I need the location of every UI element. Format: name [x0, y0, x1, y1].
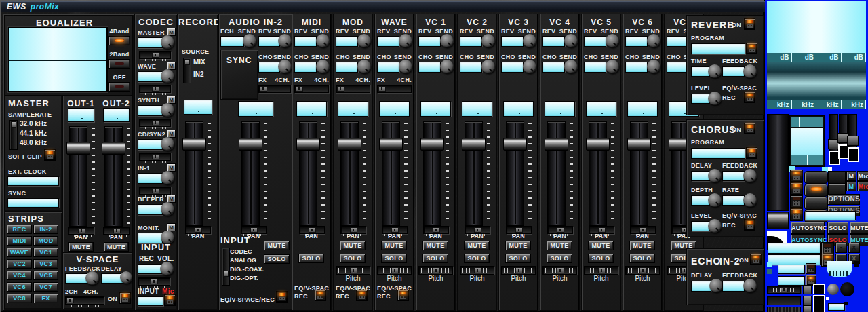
pitch-slider[interactable] [418, 266, 453, 275]
eq-mode-button[interactable] [108, 59, 130, 69]
volume-fader[interactable] [238, 121, 269, 225]
pitch-handle[interactable] [598, 267, 606, 273]
input-select-button[interactable] [164, 294, 176, 306]
volume-fader[interactable] [502, 121, 534, 225]
volume-fader[interactable] [66, 126, 97, 225]
soft-clip-button[interactable] [44, 149, 56, 161]
pitch-handle[interactable] [515, 267, 523, 273]
pitch-slider[interactable] [584, 266, 618, 275]
pitch-handle[interactable] [391, 267, 399, 273]
strip-select-button[interactable]: FX [33, 294, 58, 303]
fader-track[interactable] [185, 121, 203, 226]
pitch-slider[interactable] [501, 266, 536, 275]
strip-select-button[interactable]: VC4 [7, 271, 32, 280]
rev-send-knob[interactable] [606, 34, 619, 47]
pan-handle[interactable] [152, 120, 159, 125]
mute-button[interactable]: MUTE [547, 241, 572, 250]
strip-select-button[interactable]: VC7 [33, 282, 58, 292]
fader-handle[interactable] [182, 138, 206, 151]
fader-handle[interactable] [102, 142, 125, 155]
feedback-knob[interactable] [743, 64, 757, 78]
strip-select-button[interactable]: VC1 [33, 248, 58, 257]
rev-send-knob[interactable] [316, 34, 330, 47]
solo-button[interactable]: SOLO [588, 254, 614, 263]
volume-fader[interactable] [296, 121, 327, 225]
input-source-selector[interactable] [222, 248, 230, 286]
rev-send-knob[interactable] [357, 34, 371, 47]
samplerate-selector[interactable] [9, 120, 18, 150]
cho-send-knob[interactable] [440, 60, 454, 73]
strip-select-button[interactable]: VC2 [7, 259, 32, 269]
eq-vspace-rec-button[interactable] [744, 92, 755, 103]
codec-volume-knob[interactable] [161, 202, 174, 216]
fx-4ch-slider[interactable] [377, 85, 412, 93]
record-fader[interactable] [182, 121, 213, 225]
level-knob[interactable] [708, 92, 722, 105]
fx-4ch-slider[interactable] [294, 85, 329, 93]
mute-button[interactable]: MUTE [381, 241, 407, 250]
strip-select-button[interactable]: VC3 [33, 259, 58, 269]
volume-fader[interactable] [101, 126, 132, 225]
mute-button[interactable]: MUTE [629, 241, 655, 250]
cho-send-knob[interactable] [278, 60, 292, 73]
pan-handle[interactable] [113, 228, 121, 233]
cho-send-knob[interactable] [647, 60, 660, 73]
delay-knob[interactable] [709, 279, 723, 292]
fader-handle[interactable] [627, 138, 651, 151]
fader-handle[interactable] [503, 138, 527, 151]
solo-button[interactable]: SOLO [381, 254, 407, 263]
rec-vol-knob[interactable] [160, 262, 174, 275]
eq-vspace-rec-button[interactable] [276, 291, 288, 303]
mute-button[interactable]: MUTE [340, 241, 366, 250]
selector-handle[interactable] [184, 59, 190, 65]
eq-vspace-rec-button[interactable] [744, 219, 755, 231]
input-source-option[interactable]: ANALOG [230, 256, 264, 265]
pan-handle[interactable] [250, 227, 258, 233]
slider-handle[interactable] [378, 86, 386, 92]
pitch-slider[interactable] [460, 266, 494, 275]
pan-handle[interactable] [598, 227, 606, 233]
fader-handle[interactable] [420, 138, 444, 151]
fader-handle[interactable] [586, 138, 610, 151]
rev-send-knob[interactable] [647, 34, 660, 47]
samplerate-option[interactable]: 44.1 kHz [20, 129, 47, 138]
input-source-option[interactable]: DIG.-COAX. [230, 265, 264, 274]
pitch-slider[interactable] [377, 266, 412, 275]
strip-select-button[interactable]: WAVE [7, 248, 32, 257]
fader-handle[interactable] [545, 138, 568, 151]
solo-button[interactable]: SOLO [340, 254, 366, 263]
strip-select-button[interactable]: MOD [33, 236, 58, 246]
solo-button[interactable]: SOLO [547, 254, 572, 263]
strip-select-button[interactable]: VC8 [7, 294, 32, 303]
fader-track[interactable] [547, 121, 566, 226]
pitch-handle[interactable] [350, 267, 357, 273]
volume-fader[interactable] [585, 121, 616, 225]
input-source-option[interactable]: CODEC [230, 248, 264, 256]
cho-send-knob[interactable] [357, 60, 371, 73]
time-knob[interactable] [708, 64, 722, 78]
record-source-option[interactable]: IN2 [193, 70, 205, 82]
strip-select-button[interactable]: VC5 [33, 271, 58, 280]
solo-button[interactable]: SOLO [298, 254, 324, 263]
cho-send-knob[interactable] [564, 60, 578, 73]
eq-mode-button[interactable] [108, 36, 130, 45]
solo-button[interactable]: SOLO [464, 254, 490, 263]
eq-vspace-rec-button[interactable] [397, 290, 409, 301]
fader-handle[interactable] [338, 138, 361, 151]
rev-send-knob[interactable] [278, 34, 292, 47]
2ch-4ch-slider[interactable] [65, 296, 104, 305]
solo-button[interactable]: SOLO [505, 254, 531, 263]
mute-button[interactable]: MUTE [505, 241, 531, 250]
solo-button[interactable]: SOLO [629, 254, 655, 263]
pan-handle[interactable] [152, 52, 159, 58]
solo-button[interactable]: SOLO [422, 254, 448, 263]
eq-vspace-rec-button[interactable] [315, 290, 326, 301]
rate-knob[interactable] [743, 193, 757, 207]
mute-button[interactable]: MUTE [588, 241, 614, 250]
volume-fader[interactable] [378, 121, 410, 225]
codec-volume-knob[interactable] [161, 103, 174, 117]
pitch-handle[interactable] [433, 267, 440, 273]
delay-knob[interactable] [708, 169, 722, 182]
ech-send-knob[interactable] [243, 34, 256, 47]
fader-track[interactable] [589, 121, 607, 226]
